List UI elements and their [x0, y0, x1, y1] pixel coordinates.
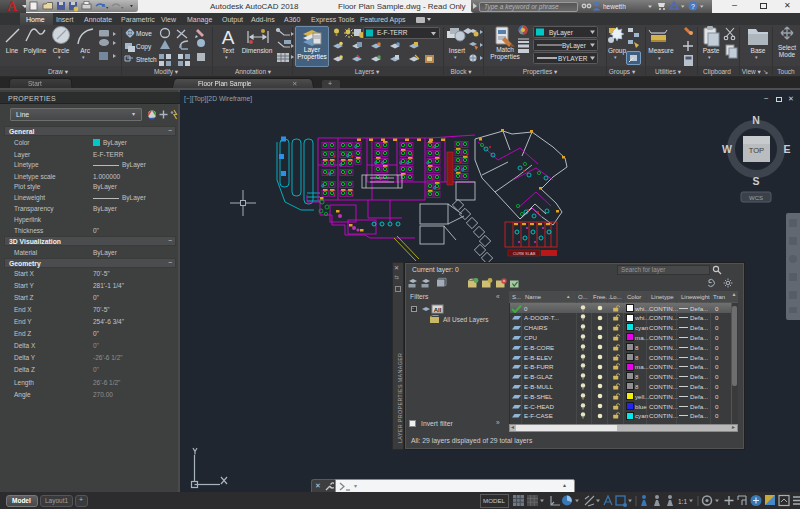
svg-text:WCS: WCS — [749, 195, 763, 201]
svg-text:All: All — [434, 307, 442, 313]
svg-text:A: A — [222, 27, 235, 48]
svg-text:E: E — [783, 143, 790, 155]
svg-text:TOP: TOP — [749, 146, 764, 155]
svg-text:CURB SLAB: CURB SLAB — [513, 251, 536, 256]
svg-text:W: W — [722, 143, 732, 155]
svg-text:N: N — [752, 114, 760, 126]
svg-text:S: S — [752, 175, 759, 187]
svg-text:?: ? — [691, 3, 695, 10]
svg-text:hewetth: hewetth — [603, 3, 626, 10]
svg-text:1:1: 1:1 — [678, 498, 687, 505]
